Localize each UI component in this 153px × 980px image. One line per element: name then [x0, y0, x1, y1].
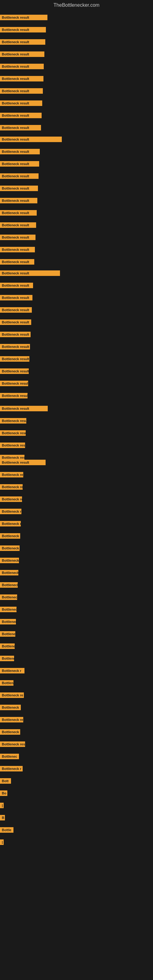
bar-item: Bottleneck result	[0, 161, 39, 167]
bar-item: Bottleneck result	[0, 430, 26, 436]
bar-label: Bottleneck result	[0, 210, 37, 216]
bar-label: Bottleneck result	[0, 270, 60, 276]
chart-container: Bottleneck resultBottleneck resultBottle…	[0, 9, 153, 959]
bar-label: Bottleneck result	[0, 430, 26, 436]
bar-item: Bottleneck result	[0, 368, 29, 374]
bar-item: Bottleneck result	[0, 521, 21, 527]
bar-label: Bottleneck	[0, 729, 20, 735]
bar-label: Bottleneck res	[0, 741, 25, 747]
bar-label: Bottleneck	[0, 705, 21, 710]
bar-label: Bottleneck result	[0, 173, 38, 179]
bar-label: Bottleneck result	[0, 235, 35, 240]
bar-item: Bottleneck	[0, 729, 20, 735]
bar-label: Bottleneck result	[0, 570, 18, 576]
bar-item: Bottleneck result	[0, 186, 38, 191]
bar-label: Bottleneck result	[0, 186, 38, 191]
bar-label: Bottleneck result	[0, 656, 14, 661]
bar-item: Bottleneck result	[0, 39, 45, 45]
bar-label: Bottleneck result	[0, 406, 48, 411]
bar-item: |	[0, 840, 4, 845]
bar-item: Bottleneck result	[0, 381, 28, 386]
bar-label: Bottleneck result	[0, 332, 30, 337]
bar-item: Bottleneck result	[0, 51, 45, 57]
bar-label: |	[0, 840, 4, 845]
bar-item: Bottleneck result	[0, 64, 44, 69]
bar-label: Bottleneck result	[0, 595, 17, 600]
bar-item: Bottleneck result	[0, 270, 60, 276]
bar-label: Bottleneck result	[0, 619, 16, 624]
bar-label: Bottleneck result	[0, 307, 32, 313]
bar-item: Bottleneck result	[0, 113, 41, 118]
bar-label: Bottleneck result	[0, 460, 46, 465]
bar-item: Bottleneck result	[0, 173, 38, 179]
bar-label: Bottleneck result	[0, 442, 25, 448]
bar-label: Bottle	[0, 827, 13, 833]
bar-item: Bottleneck result	[0, 15, 48, 20]
bar-label: Bo	[0, 791, 7, 796]
bar-item: Bottleneck result	[0, 332, 30, 337]
bar-item: Bottlenec	[0, 754, 19, 759]
bar-label: Bottleneck result	[0, 418, 26, 423]
bar-item: Bottleneck result	[0, 643, 15, 649]
bar-item: Bottleneck result	[0, 356, 29, 362]
bar-item: Bott	[0, 778, 11, 784]
bar-item: Bottleneck res	[0, 741, 25, 747]
bar-item: Bottleneck result	[0, 680, 13, 686]
bar-item: Bottleneck result	[0, 295, 32, 301]
bar-label: Bottleneck result	[0, 368, 29, 374]
bar-item: Bottleneck result	[0, 125, 41, 130]
bar-label: Bottleneck result	[0, 283, 33, 288]
bar-label: Bottleneck r	[0, 766, 22, 772]
bar-item: Bottleneck result	[0, 137, 62, 142]
bar-item: Bottleneck result	[0, 533, 20, 539]
bar-label: Bottleneck result	[0, 247, 35, 252]
bar-item: |	[0, 803, 4, 808]
bar-label: Bottleneck result	[0, 88, 43, 94]
bar-label: Bottleneck result	[0, 320, 31, 325]
bar-label: Bottleneck re	[0, 717, 23, 722]
bar-label: Bottleneck result	[0, 521, 21, 527]
bar-item: Bottleneck result	[0, 418, 26, 423]
bar-item: Bottleneck result	[0, 100, 42, 106]
bar-label: Bottleneck result	[0, 680, 13, 686]
bar-label: Bottleneck re	[0, 692, 24, 698]
bar-item: Bottleneck result	[0, 656, 14, 661]
bar-item: Bottleneck result	[0, 198, 37, 204]
bar-item: Bottleneck result	[0, 210, 37, 216]
bar-item: Bottleneck re	[0, 717, 23, 722]
bar-item: Bottleneck re	[0, 692, 24, 698]
bar-label: Bottleneck result	[0, 631, 15, 637]
bar-label: Bottleneck result	[0, 113, 41, 118]
bar-label: Bottleneck result	[0, 259, 34, 265]
bar-item: Bottleneck	[0, 705, 21, 710]
bar-item: Bottleneck result	[0, 149, 40, 154]
bar-label: Bottleneck result	[0, 64, 44, 69]
bar-item: Bottleneck r	[0, 766, 22, 772]
bar-item: Bottleneck result	[0, 582, 18, 588]
bar-label: Bottleneck result	[0, 546, 19, 551]
bar-label: Bottleneck result	[0, 356, 29, 362]
bar-label: Bottlenec	[0, 754, 19, 759]
bar-label: Bottleneck result	[0, 222, 36, 228]
bar-label: Bottleneck result	[0, 472, 23, 477]
bar-label: Bottleneck result	[0, 198, 37, 204]
bar-item: Bottle	[0, 827, 13, 833]
bar-item: Bottleneck result	[0, 509, 21, 514]
bar-label: Bottleneck result	[0, 558, 19, 563]
bar-item: Bottleneck result	[0, 558, 19, 563]
bar-label: Bottleneck result	[0, 161, 39, 167]
bar-item: Bottleneck result	[0, 235, 35, 240]
bar-item: Bottleneck result	[0, 344, 30, 350]
bar-label: Bottleneck result	[0, 100, 42, 106]
bar-item: Bottleneck result	[0, 320, 31, 325]
bar-item: Bottleneck result	[0, 496, 22, 502]
site-title: TheBottlenecker.com	[0, 0, 153, 9]
bar-label: Bottleneck result	[0, 15, 48, 20]
bar-label: Bottleneck result	[0, 137, 62, 142]
bar-item: Bottleneck result	[0, 570, 18, 576]
bar-label: Bottleneck result	[0, 607, 16, 612]
bar-item: Bottleneck result	[0, 607, 16, 612]
bar-item: Bottleneck result	[0, 259, 34, 265]
bar-item: Bottleneck result	[0, 484, 22, 490]
bar-item: Bottleneck result	[0, 393, 27, 398]
